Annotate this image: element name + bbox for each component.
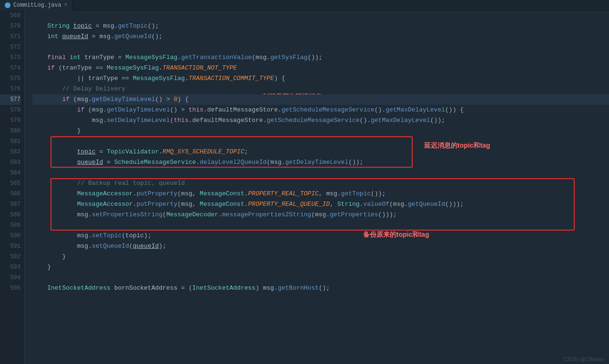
line-number-584: 584 — [0, 168, 20, 178]
tab-file-icon — [5, 2, 10, 8]
editor-area: 5695705715725735745755765775785795805815… — [0, 10, 609, 364]
line-number-577: 577 — [0, 94, 20, 105]
code-line-575: || tranType == MessageSysFlag.TRANSACTIO… — [32, 73, 609, 84]
line-number-581: 581 — [0, 136, 20, 147]
code-line-578: if (msg.getDelayTimeLevel() > this.defau… — [32, 105, 609, 115]
code-line-592: } — [32, 252, 609, 262]
line-number-589: 589 — [0, 220, 20, 231]
code-line-589 — [32, 220, 609, 231]
credit-text: CSDN @CBeann — [564, 356, 604, 362]
code-line-569 — [32, 10, 609, 21]
code-line-576: // Delay Delivery — [32, 84, 609, 94]
line-number-588: 588 — [0, 210, 20, 220]
tab-bar: CommitLog.java × — [0, 0, 609, 10]
code-line-577: if (msg.getDelayTimeLevel() > 0) { — [32, 94, 609, 105]
line-number-593: 593 — [0, 262, 20, 273]
line-number-572: 572 — [0, 42, 20, 52]
tab-commitlog[interactable]: CommitLog.java × — [0, 0, 72, 10]
line-number-578: 578 — [0, 105, 20, 115]
code-line-591: msg.setQueueId(queueId); — [32, 241, 609, 252]
code-line-582: topic = TopicValidator.RMQ_SYS_SCHEDULE_… — [32, 147, 609, 157]
code-line-585: // Backup real topic, queueId — [32, 178, 609, 189]
line-number-585: 585 — [0, 178, 20, 189]
tab-close-button[interactable]: × — [64, 2, 67, 8]
code-line-574: if (tranType == MessageSysFlag.TRANSACTI… — [32, 63, 609, 73]
code-line-571: int queueId = msg.getQueueId(); — [32, 31, 609, 42]
code-line-584 — [32, 168, 609, 178]
code-line-573: final int tranType = MessageSysFlag.getT… — [32, 52, 609, 63]
line-number-574: 574 — [0, 63, 20, 73]
tab-label: CommitLog.java — [13, 2, 61, 9]
code-line-590: msg.setTopic(topic); — [32, 231, 609, 241]
line-number-569: 569 — [0, 10, 20, 21]
code-line-583: queueId = ScheduleMessageService.delayLe… — [32, 157, 609, 168]
line-numbers: 5695705715725735745755765775785795805815… — [0, 10, 25, 364]
line-number-592: 592 — [0, 252, 20, 262]
line-number-594: 594 — [0, 273, 20, 283]
line-number-587: 587 — [0, 199, 20, 210]
line-number-579: 579 — [0, 115, 20, 126]
code-line-586: MessageAccessor.putProperty(msg, Message… — [32, 189, 609, 199]
line-number-580: 580 — [0, 126, 20, 136]
line-number-576: 576 — [0, 84, 20, 94]
line-number-586: 586 — [0, 189, 20, 199]
line-number-583: 583 — [0, 157, 20, 168]
line-number-582: 582 — [0, 147, 20, 157]
code-line-581 — [32, 136, 609, 147]
line-number-570: 570 — [0, 21, 20, 31]
line-number-595: 595 — [0, 283, 20, 293]
code-line-587: MessageAccessor.putProperty(msg, Message… — [32, 199, 609, 210]
code-line-572 — [32, 42, 609, 52]
line-number-573: 573 — [0, 52, 20, 63]
line-number-575: 575 — [0, 73, 20, 84]
code-line-579: msg.setDelayTimeLevel(this.defaultMessag… — [32, 115, 609, 126]
code-line-594 — [32, 273, 609, 283]
code-line-593: } — [32, 262, 609, 273]
line-number-590: 590 — [0, 231, 20, 241]
code-content[interactable]: 判断是否为延迟消息 延迟消息的topic和tag 备份原来的topic和tag … — [25, 10, 609, 364]
code-line-588: msg.setPropertiesString(MessageDecoder.m… — [32, 210, 609, 220]
code-line-570: String topic = msg.getTopic(); — [32, 21, 609, 31]
line-number-591: 591 — [0, 241, 20, 252]
code-line-595: InetSocketAddress bornSocketAddress = (I… — [32, 283, 609, 293]
line-number-571: 571 — [0, 31, 20, 42]
code-line-580: } — [32, 126, 609, 136]
